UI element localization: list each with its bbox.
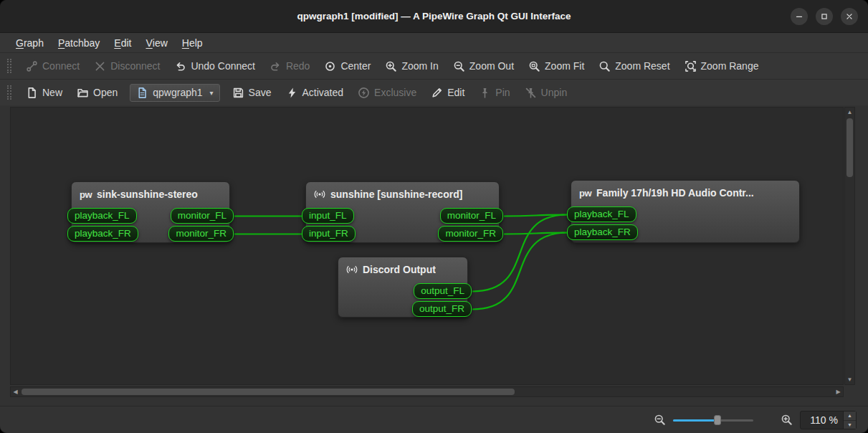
tool-zoom-in[interactable]: Zoom In (378, 57, 444, 76)
tool-label: Connect (42, 60, 80, 72)
record-icon (314, 189, 325, 200)
port-sink-monitor_FR[interactable]: monitor_FR (168, 226, 234, 242)
open-icon (77, 87, 89, 99)
tool-activated[interactable]: Activated (280, 83, 350, 103)
connections-layer (11, 108, 843, 384)
tool-center[interactable]: Center (318, 57, 377, 76)
tool-label: Edit (447, 87, 464, 98)
redo-icon (270, 60, 282, 72)
vertical-scrollbar[interactable]: ▲ ▼ (844, 107, 855, 385)
toolbar-handle[interactable] (7, 59, 11, 73)
tool-label: Center (340, 60, 371, 72)
tool-connect[interactable]: Connect (19, 57, 86, 76)
connection-sunshine.monitor_FL-to-family.playback_FL[interactable] (504, 215, 568, 217)
tool-pin[interactable]: Pin (472, 83, 516, 103)
tool-label: Zoom Out (469, 60, 514, 72)
tool-open[interactable]: Open (70, 83, 124, 103)
scroll-down-arrow[interactable]: ▼ (845, 375, 854, 384)
tool-label: Activated (302, 87, 344, 98)
tool-label: New (42, 87, 62, 98)
titlebar[interactable]: qpwgraph1 [modified] — A PipeWire Graph … (0, 0, 868, 33)
tool-undo-connect[interactable]: Undo Connect (168, 57, 262, 76)
node-discord[interactable]: Discord Outputoutput_FLoutput_FR (338, 257, 468, 318)
vertical-scroll-thumb[interactable] (846, 118, 853, 177)
port-discord-output_FL[interactable]: output_FL (414, 283, 472, 299)
close-button[interactable] (841, 8, 858, 25)
tool-edit[interactable]: Edit (424, 83, 471, 103)
node-header: sunshine [sunshine-record] (306, 182, 499, 206)
tool-new[interactable]: New (19, 83, 69, 103)
connection-discord.output_FR-to-family.playback_FR[interactable] (472, 233, 568, 310)
scroll-left-arrow[interactable]: ◀ (11, 387, 20, 396)
patchbay-file-icon (136, 87, 148, 99)
tool-label: Zoom Fit (545, 60, 584, 72)
zoom-spinbox[interactable]: 110 % ▲ ▼ (800, 411, 857, 429)
node-sunshine[interactable]: sunshine [sunshine-record]input_FLmonito… (305, 181, 500, 243)
tool-label: Disconnect (110, 60, 160, 72)
menu-help[interactable]: Help (175, 33, 210, 52)
edit-icon (431, 87, 443, 99)
tool-qpwgraph1[interactable]: qpwgraph1▾ (130, 84, 219, 102)
node-title: Discord Output (363, 264, 436, 275)
port-sink-playback_FL[interactable]: playback_FL (67, 208, 137, 224)
statusbar: 110 % ▲ ▼ (0, 406, 868, 433)
menu-graph[interactable]: Graph (9, 33, 51, 52)
menu-view[interactable]: View (138, 33, 174, 52)
toolbar-handle[interactable] (7, 85, 11, 100)
tool-label: Redo (286, 60, 310, 72)
port-family-playback_FL[interactable]: playback_FL (567, 206, 636, 222)
zoom-out-icon (453, 60, 465, 72)
port-row: playback_FL (571, 205, 799, 223)
port-sink-playback_FR[interactable]: playback_FR (67, 226, 138, 242)
zoom-in-icon (781, 414, 793, 426)
tool-label: Undo Connect (191, 60, 255, 72)
zoom-slider-fill (673, 419, 717, 422)
menu-edit[interactable]: Edit (107, 33, 138, 52)
tool-label: Zoom Range (701, 60, 759, 72)
tool-zoom-fit[interactable]: Zoom Fit (522, 57, 591, 76)
port-family-playback_FR[interactable]: playback_FR (567, 224, 638, 240)
port-sunshine-monitor_FL[interactable]: monitor_FL (440, 208, 503, 224)
disconnect-icon (94, 60, 106, 72)
zoom-slider-handle[interactable] (714, 415, 721, 425)
port-sunshine-input_FR[interactable]: input_FR (302, 226, 356, 242)
tool-disconnect[interactable]: Disconnect (87, 57, 166, 76)
tool-unpin[interactable]: Unpin (518, 83, 574, 103)
maximize-button[interactable] (816, 8, 833, 25)
port-sink-monitor_FL[interactable]: monitor_FL (171, 208, 234, 224)
node-family[interactable]: pwFamily 17h/19h HD Audio Contr...playba… (571, 180, 800, 243)
port-row: input_FRmonitor_FR (306, 224, 499, 242)
node-sink[interactable]: pwsink-sunshine-stereoplayback_FLmonitor… (71, 181, 230, 243)
port-discord-output_FR[interactable]: output_FR (412, 301, 472, 317)
zoom-slider[interactable] (673, 414, 753, 427)
horizontal-scrollbar[interactable]: ◀ ▶ (10, 386, 844, 397)
tool-redo[interactable]: Redo (263, 57, 316, 76)
horizontal-scroll-thumb[interactable] (22, 389, 515, 395)
scroll-up-arrow[interactable]: ▲ (845, 108, 854, 117)
zoom-in-icon (385, 60, 397, 72)
graph-canvas[interactable]: pwsink-sunshine-stereoplayback_FLmonitor… (10, 107, 844, 385)
tool-exclusive[interactable]: Exclusive (351, 83, 423, 103)
window-title: qpwgraph1 [modified] — A PipeWire Graph … (297, 11, 571, 22)
tool-save[interactable]: Save (226, 83, 278, 103)
window-controls (791, 0, 858, 32)
pipewire-icon: pw (80, 189, 92, 200)
exclusive-icon (358, 87, 370, 99)
tool-zoom-out[interactable]: Zoom Out (447, 57, 520, 76)
tool-zoom-range[interactable]: Zoom Range (678, 57, 766, 76)
minimize-button[interactable] (791, 8, 808, 25)
menu-patchbay[interactable]: Patchbay (51, 33, 107, 52)
zoom-out-icon (654, 414, 666, 426)
toolbar-graph: ConnectDisconnectUndo ConnectRedoCenterZ… (0, 52, 868, 79)
port-sunshine-input_FL[interactable]: input_FL (302, 208, 354, 224)
connection-sunshine.monitor_FR-to-family.playback_FR[interactable] (504, 233, 568, 234)
port-sunshine-monitor_FR[interactable]: monitor_FR (438, 226, 503, 242)
spin-up-button[interactable]: ▲ (844, 411, 856, 420)
toolbar-patchbay: NewOpenqpwgraph1▾SaveActivatedExclusiveE… (0, 79, 868, 105)
tool-zoom-reset[interactable]: Zoom Reset (592, 57, 676, 76)
unpin-icon (525, 87, 537, 99)
scroll-right-arrow[interactable]: ▶ (834, 387, 843, 396)
spin-down-button[interactable]: ▼ (844, 420, 856, 429)
node-header: pwFamily 17h/19h HD Audio Contr... (571, 181, 799, 205)
port-row: input_FLmonitor_FL (306, 206, 499, 224)
